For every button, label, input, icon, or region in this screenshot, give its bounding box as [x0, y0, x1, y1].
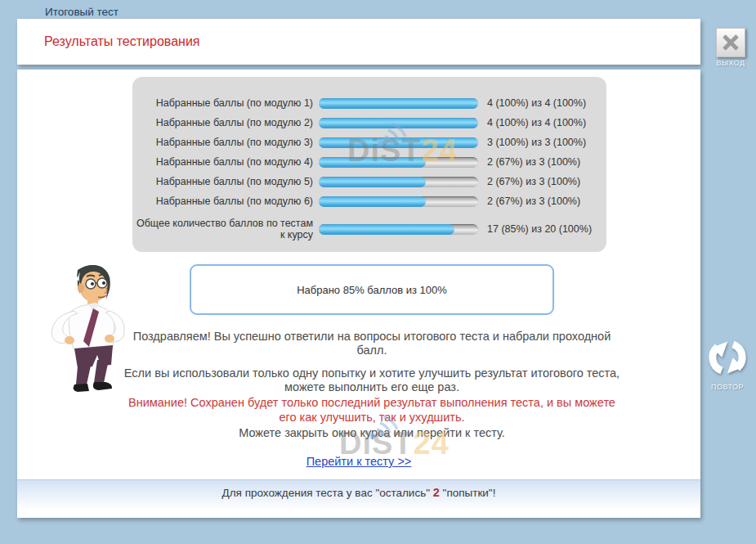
page-title: Результаты тестирования	[44, 34, 199, 49]
score-label: Набранные баллы (по модулю 2)	[132, 117, 319, 128]
score-label: Набранные баллы (по модулю 3)	[132, 137, 319, 148]
score-label: Общее количество баллов по тестам к курс…	[132, 218, 319, 241]
score-summary-text: Набрано 85% баллов из 100%	[297, 284, 447, 296]
score-label: Набранные баллы (по модулю 6)	[132, 196, 319, 207]
retry-info-text: Если вы использовали только одну попытку…	[123, 366, 621, 394]
score-value: 4 (100%) из 4 (100%)	[487, 117, 586, 128]
attempts-text-after: "попытки"!	[443, 487, 496, 499]
score-label: Набранные баллы (по модулю 5)	[132, 176, 319, 187]
attempts-text-before: Для прохождения теста у вас "остались"	[222, 487, 430, 499]
window-title: Итоговый тест	[45, 6, 119, 18]
congrats-text: Поздравляем! Вы успешно ответили на вопр…	[123, 330, 621, 357]
score-row: Набранные баллы (по модулю 5) 2 (67%) из…	[132, 172, 606, 191]
go-to-test-link[interactable]: Перейти к тесту >>	[306, 455, 412, 468]
score-value: 2 (67%) из 3 (100%)	[487, 176, 580, 187]
close-x-icon[interactable]	[716, 28, 745, 57]
score-label: Набранные баллы (по модулю 4)	[132, 156, 319, 168]
progress-bar	[319, 157, 478, 168]
score-value: 17 (85%) из 20 (100%)	[487, 223, 592, 235]
repeat-button[interactable]: ПОВТОР	[703, 337, 752, 391]
score-value: 3 (100%) из 3 (100%)	[487, 137, 586, 148]
progress-bar	[319, 98, 478, 109]
score-row: Набранные баллы (по модулю 1) 4 (100%) и…	[132, 93, 606, 113]
score-row: Набранные баллы (по модулю 4) 2 (67%) из…	[132, 152, 606, 172]
result-messages: Поздравляем! Вы успешно ответили на вопр…	[123, 330, 621, 442]
test-results-page: Итоговый тест Результаты тестирования ВЫ…	[0, 0, 756, 544]
repeat-button-label: ПОВТОР	[703, 383, 752, 391]
score-label: Набранные баллы (по модулю 1)	[132, 97, 319, 109]
refresh-arrows-icon	[707, 337, 748, 378]
progress-bar	[319, 177, 478, 187]
exit-button-label: ВЫХОД	[713, 59, 749, 67]
score-value: 2 (67%) из 3 (100%)	[487, 196, 580, 207]
progress-bar	[319, 137, 478, 148]
exit-button[interactable]: ВЫХОД	[713, 28, 749, 67]
score-row: Набранные баллы (по модулю 6) 2 (67%) из…	[132, 191, 606, 211]
attempts-count: 2	[433, 486, 440, 499]
score-row-total: Общее количество баллов по тестам к курс…	[132, 213, 606, 245]
score-row: Набранные баллы (по модулю 3) 3 (100%) и…	[132, 133, 606, 152]
attempts-footer-bar: Для прохождения теста у вас "остались" 2…	[17, 479, 700, 518]
results-header-bar: Результаты тестирования	[17, 19, 700, 65]
score-row: Набранные баллы (по модулю 2) 4 (100%) и…	[132, 113, 606, 133]
scores-panel: Набранные баллы (по модулю 1) 4 (100%) и…	[132, 77, 606, 252]
progress-bar	[319, 118, 478, 128]
progress-bar	[319, 224, 478, 235]
score-value: 2 (67%) из 3 (100%)	[487, 156, 580, 168]
warning-text: Внимание! Сохранен будет только последни…	[123, 396, 621, 424]
score-value: 4 (100%) из 4 (100%)	[487, 97, 586, 109]
close-info-text: Можете закрыть окно курса или перейти к …	[123, 426, 621, 440]
score-summary-box: Набрано 85% баллов из 100%	[190, 264, 554, 315]
progress-bar	[319, 196, 478, 207]
results-content-panel: Набранные баллы (по модулю 1) 4 (100%) и…	[17, 70, 700, 518]
